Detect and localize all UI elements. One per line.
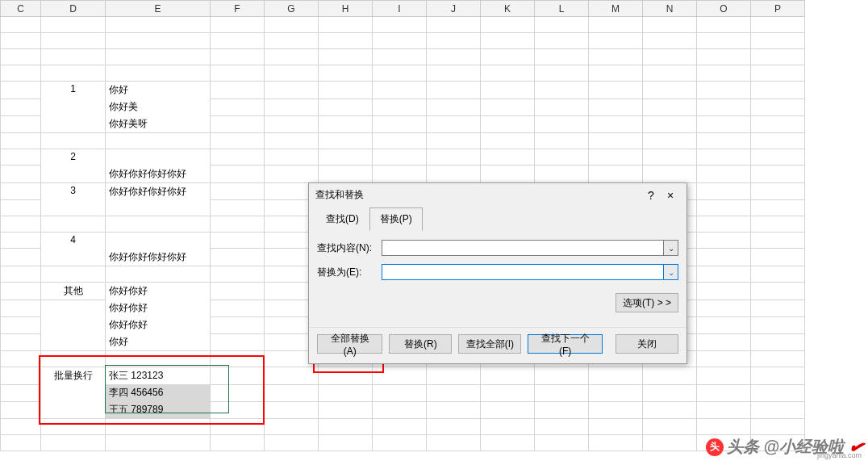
cell[interactable]: 你好美	[106, 98, 211, 115]
find-replace-dialog: 查找和替换 ? × 查找(D) 替换(P) 查找内容(N): ⌄ 替换为(E):…	[308, 182, 687, 364]
col-header[interactable]: D	[41, 1, 106, 17]
find-label: 查找内容(N):	[317, 241, 382, 255]
find-all-button[interactable]: 查找全部(I)	[458, 334, 521, 354]
help-icon[interactable]: ?	[641, 189, 661, 202]
col-header[interactable]: P	[751, 1, 805, 17]
replace-label: 替换为(E):	[317, 266, 382, 279]
replace-button[interactable]: 替换(R)	[389, 334, 452, 354]
cell[interactable]: 3	[41, 182, 106, 216]
cell-selected[interactable]: 李四 456456	[106, 384, 211, 401]
cell[interactable]: 你好	[106, 82, 211, 99]
replace-dropdown-icon[interactable]: ⌄	[664, 264, 678, 280]
cell[interactable]: 你好你好	[106, 282, 211, 300]
col-header[interactable]: I	[373, 1, 427, 17]
find-input[interactable]	[382, 240, 664, 256]
checkmark-icon: ✔	[846, 435, 865, 459]
col-header[interactable]: M	[589, 1, 643, 17]
col-header[interactable]: C	[1, 1, 41, 17]
dialog-tabs: 查找(D) 替换(P)	[309, 207, 686, 230]
col-header[interactable]: G	[265, 1, 319, 17]
dialog-titlebar[interactable]: 查找和替换 ? ×	[309, 183, 686, 207]
cell[interactable]: 你好你好	[106, 316, 211, 333]
cell[interactable]: 你好美呀	[106, 115, 211, 133]
cell[interactable]: 你好你好	[106, 300, 211, 316]
col-header[interactable]: K	[481, 1, 535, 17]
column-header-row: C D E F G H I J K L M N O P	[1, 1, 805, 17]
cell[interactable]: 你好你好你好你好	[106, 182, 211, 200]
cell[interactable]: 其他	[41, 282, 106, 300]
find-next-button[interactable]: 查找下一个(F)	[528, 334, 603, 354]
replace-input[interactable]	[382, 264, 664, 280]
col-header[interactable]: N	[643, 1, 697, 17]
close-button[interactable]: 关闭	[616, 334, 678, 354]
find-dropdown-icon[interactable]: ⌄	[664, 240, 678, 256]
cell-selected[interactable]: 张三 123123	[106, 367, 211, 385]
tab-find[interactable]: 查找(D)	[315, 207, 369, 231]
col-header[interactable]: H	[319, 1, 373, 17]
options-button[interactable]: 选项(T) > >	[616, 293, 678, 312]
watermark-sub: jingyanla.com	[817, 451, 862, 459]
col-header[interactable]: F	[211, 1, 265, 17]
close-icon[interactable]: ×	[661, 189, 680, 202]
cell[interactable]: 4	[41, 233, 106, 266]
cell[interactable]: 1	[41, 82, 106, 133]
cell[interactable]: 你好你好你好你好	[106, 166, 211, 183]
col-header[interactable]: J	[427, 1, 481, 17]
cell[interactable]: 批量换行	[41, 367, 106, 419]
cell-selected[interactable]: 王五 789789	[106, 401, 211, 419]
cell[interactable]: 你好你好你好你好	[106, 249, 211, 266]
tab-replace[interactable]: 替换(P)	[369, 207, 423, 231]
col-header[interactable]: L	[535, 1, 589, 17]
col-header[interactable]: O	[697, 1, 751, 17]
col-header[interactable]: E	[106, 1, 211, 17]
dialog-title: 查找和替换	[315, 188, 364, 202]
cell[interactable]: 2	[41, 149, 106, 183]
cell[interactable]: 你好	[106, 333, 211, 351]
replace-all-button[interactable]: 全部替换(A)	[317, 334, 382, 354]
